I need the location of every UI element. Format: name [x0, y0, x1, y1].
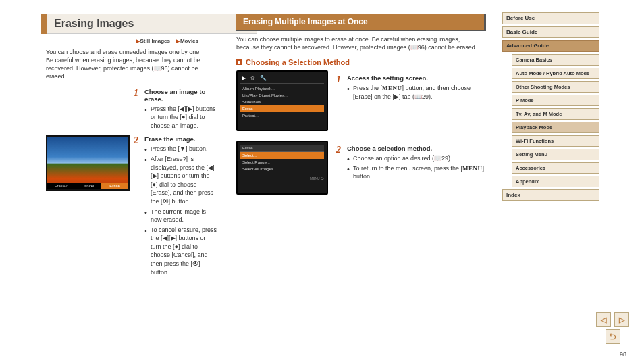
nav-appendix[interactable]: Appendix	[512, 176, 599, 187]
example-photo: Erase? Cancel Erase	[46, 135, 130, 191]
triangle-icon: ▶	[176, 39, 180, 43]
pager: ◁ ▷ ⮌	[595, 312, 629, 344]
nav-index[interactable]: Index	[502, 189, 599, 201]
tab-icon: ✿	[250, 75, 255, 81]
step-1: 1 Access the setting screen. Press the […	[336, 74, 487, 102]
photo-option-selected: Erase	[101, 183, 128, 189]
step-number: 1	[134, 88, 144, 132]
prev-page-button[interactable]: ◁	[596, 312, 611, 327]
nav-tv-av-m[interactable]: Tv, Av, and M Mode	[512, 108, 599, 120]
photo-option: Erase?	[47, 183, 74, 189]
subsection-heading: Erasing Multiple Images at Once	[236, 14, 486, 31]
step-bullet: Press the [MENU] button, and then choose…	[347, 84, 487, 101]
section-heading: Erasing Images	[41, 14, 257, 34]
toc-sidebar: Before Use Basic Guide Advanced Guide Ca…	[500, 0, 614, 363]
nav-before-use[interactable]: Before Use	[502, 12, 599, 24]
nav-advanced-guide[interactable]: Advanced Guide	[502, 40, 599, 52]
heading-bar	[41, 14, 47, 34]
step-title: Choose an image to erase.	[144, 88, 217, 103]
step-bullet: To return to the menu screen, press the …	[347, 164, 487, 181]
step-number: 2	[336, 145, 347, 183]
step-bullet: Choose an option as desired (📖29).	[347, 154, 487, 163]
step-bullet: Press the [▼] button.	[144, 145, 217, 153]
triangle-icon: ▶	[136, 39, 140, 43]
tab-icon: 🔧	[260, 75, 267, 81]
step-2: 2 Choose a selection method. Choose an o…	[336, 145, 487, 183]
nav-auto-mode[interactable]: Auto Mode / Hybrid Auto Mode	[512, 68, 599, 79]
camera-menu-screenshot: ▶ ✿ 🔧 Album Playback... List/Play Digest…	[236, 70, 328, 131]
camera-menu-screenshot: Erase Select... Select Range... Select A…	[236, 141, 328, 195]
sub-subsection-heading: Choosing a Selection Method	[236, 58, 487, 66]
step-title: Access the setting screen.	[347, 74, 487, 82]
nav-accessories[interactable]: Accessories	[512, 162, 599, 174]
step-bullet: Press the [◀][▶] buttons or turn the [●]…	[144, 105, 217, 130]
step-1: 1 Choose an image to erase. Press the [◀…	[134, 88, 217, 132]
step-bullet: After [Erase?] is displayed, press the […	[144, 155, 217, 206]
step-title: Erase the image.	[144, 135, 217, 143]
nav-basic-guide[interactable]: Basic Guide	[502, 26, 599, 39]
step-number: 1	[336, 74, 347, 102]
step-2: 2 Erase the image. Press the [▼] button.…	[134, 135, 217, 278]
step-bullet: To cancel erasure, press the [◀][▶] butt…	[144, 226, 217, 277]
step-number: 2	[134, 135, 144, 278]
step-title: Choose a selection method.	[347, 145, 487, 152]
nav-other-shooting[interactable]: Other Shooting Modes	[512, 81, 599, 93]
media-tags: ▶Still Images ▶Movies	[46, 38, 198, 44]
nav-playback-mode[interactable]: Playback Mode	[512, 122, 599, 133]
nav-setting-menu[interactable]: Setting Menu	[512, 149, 599, 160]
heading-text: Erasing Images	[54, 18, 134, 30]
nav-wifi[interactable]: Wi-Fi Functions	[512, 135, 599, 147]
step-bullet: The current image is now erased.	[144, 208, 217, 224]
photo-option: Cancel	[74, 183, 101, 189]
page-number: 98	[620, 351, 626, 358]
nav-camera-basics[interactable]: Camera Basics	[512, 54, 599, 66]
nav-p-mode[interactable]: P Mode	[512, 95, 599, 106]
intro-text: You can choose and erase unneeded images…	[46, 48, 204, 81]
next-page-button[interactable]: ▷	[614, 312, 629, 327]
tab-icon: ▶	[242, 75, 246, 81]
square-icon	[236, 59, 242, 65]
intro-text: You can choose multiple images to erase …	[236, 35, 481, 51]
back-button[interactable]: ⮌	[606, 329, 620, 344]
